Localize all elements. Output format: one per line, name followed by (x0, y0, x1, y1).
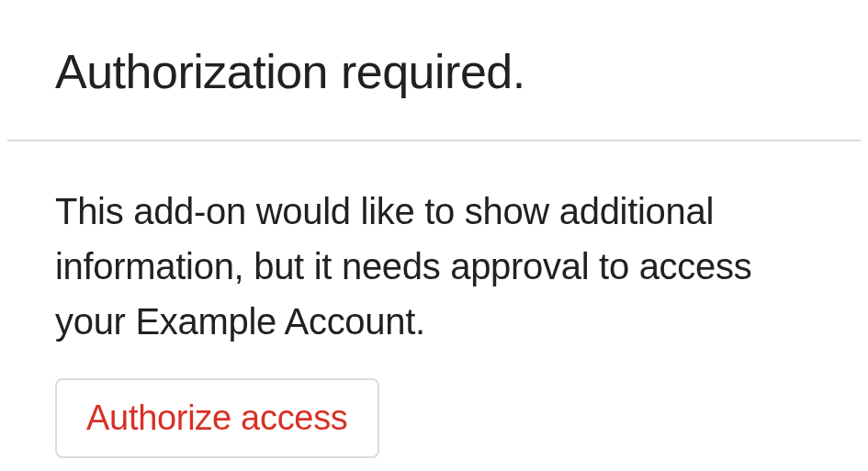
dialog-title: Authorization required. (55, 44, 813, 99)
dialog-header: Authorization required. (0, 0, 868, 140)
authorize-access-button[interactable]: Authorize access (55, 378, 379, 458)
description-text: This add-on would like to show additiona… (55, 184, 813, 349)
button-row: Authorize access (55, 378, 813, 458)
dialog-body: This add-on would like to show additiona… (0, 141, 868, 458)
